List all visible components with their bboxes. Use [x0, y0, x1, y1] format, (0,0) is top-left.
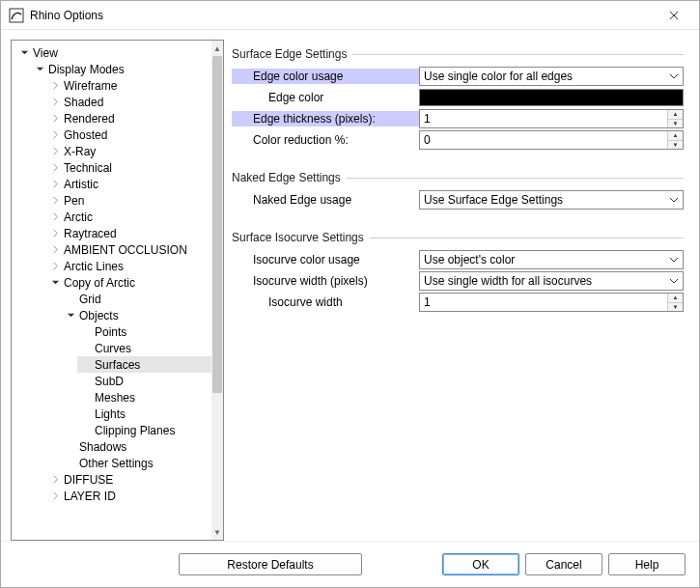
caret-down-icon[interactable]	[33, 65, 46, 73]
chevron-right-icon[interactable]	[48, 81, 62, 90]
restore-defaults-button[interactable]: Restore Defaults	[179, 553, 362, 575]
spinner-color-reduction[interactable]: 0 ▲▼	[419, 130, 684, 150]
label-naked-edge-usage: Naked Edge usage	[232, 192, 419, 208]
scroll-down-button[interactable]: ▼	[211, 524, 223, 540]
app-icon	[9, 8, 24, 23]
svg-rect-0	[10, 9, 23, 22]
chevron-down-icon	[669, 71, 679, 81]
spin-down-icon[interactable]: ▼	[668, 140, 683, 150]
nav-tree[interactable]: View Display Modes Wireframe Shaded	[12, 41, 211, 540]
chevron-right-icon[interactable]	[48, 491, 62, 500]
combo-naked-edge-usage[interactable]: Use Surface Edge Settings	[419, 190, 684, 210]
combo-edge-color-usage[interactable]: Use single color for all edges	[419, 67, 684, 86]
spin-down-icon[interactable]: ▼	[668, 302, 683, 312]
tree-item-wireframe[interactable]: Wireframe	[46, 77, 211, 94]
dialog-footer: Restore Defaults OK Cancel Help	[1, 541, 699, 587]
chevron-down-icon	[669, 276, 679, 286]
divider	[347, 178, 684, 179]
chevron-right-icon[interactable]	[48, 196, 62, 205]
chevron-right-icon[interactable]	[48, 245, 62, 254]
chevron-right-icon[interactable]	[48, 147, 62, 155]
tree-item-copy-of-arctic[interactable]: Copy of Arctic	[46, 274, 211, 291]
spinner-edge-thickness[interactable]: 1 ▲▼	[419, 109, 684, 128]
tree-item-grid[interactable]: Grid	[62, 291, 211, 307]
tree-item-clipping-planes[interactable]: Clipping Planes	[77, 422, 211, 438]
tree-item-subd[interactable]: SubD	[77, 373, 211, 389]
chevron-right-icon[interactable]	[48, 130, 62, 139]
tree-item-meshes[interactable]: Meshes	[77, 389, 211, 406]
scroll-track[interactable]	[211, 56, 223, 524]
tree-item-ghosted[interactable]: Ghosted	[46, 126, 211, 143]
tree-item-xray[interactable]: X-Ray	[46, 143, 211, 159]
divider	[352, 54, 684, 55]
ok-button[interactable]: OK	[442, 553, 519, 575]
tree-item-points[interactable]: Points	[77, 323, 211, 340]
combo-isocurve-width-pixels[interactable]: Use single width for all isocurves	[419, 271, 684, 291]
tree-item-artistic[interactable]: Artistic	[46, 176, 211, 192]
group-title: Surface Edge Settings	[232, 47, 347, 61]
tree-item-arctic[interactable]: Arctic	[46, 209, 211, 225]
chevron-right-icon[interactable]	[48, 163, 62, 172]
tree-item-rendered[interactable]: Rendered	[46, 110, 211, 126]
settings-panel: Surface Edge Settings Edge color usage U…	[232, 40, 689, 541]
caret-down-icon[interactable]	[48, 278, 62, 287]
caret-down-icon[interactable]	[17, 48, 31, 57]
tree-item-raytraced[interactable]: Raytraced	[46, 225, 211, 241]
group-title: Naked Edge Settings	[232, 171, 341, 184]
scroll-up-button[interactable]: ▲	[211, 41, 223, 56]
tree-item-diffuse[interactable]: DIFFUSE	[46, 471, 211, 488]
chevron-down-icon	[669, 195, 679, 205]
tree-item-view[interactable]: View	[15, 44, 211, 61]
tree-item-surfaces[interactable]: Surfaces	[77, 356, 211, 373]
tree-item-display-modes[interactable]: Display Modes	[31, 61, 211, 77]
group-title: Surface Isocurve Settings	[232, 231, 364, 244]
chevron-right-icon[interactable]	[48, 262, 62, 270]
chevron-right-icon[interactable]	[48, 475, 62, 484]
window-title: Rhino Options	[30, 9, 653, 22]
chevron-right-icon[interactable]	[48, 229, 62, 238]
spinner-isocurve-width[interactable]: 1 ▲▼	[419, 293, 684, 312]
tree-item-lights[interactable]: Lights	[77, 406, 211, 422]
label-isocurve-color-usage: Isocurve color usage	[232, 252, 419, 267]
tree-item-layer-id[interactable]: LAYER ID	[46, 488, 211, 504]
tree-item-shaded[interactable]: Shaded	[46, 94, 211, 110]
titlebar: Rhino Options	[1, 1, 699, 30]
label-edge-color: Edge color	[232, 90, 419, 105]
chevron-right-icon[interactable]	[48, 98, 62, 106]
tree-item-pen[interactable]: Pen	[46, 192, 211, 209]
help-button[interactable]: Help	[608, 553, 686, 575]
divider	[370, 238, 684, 238]
tree-item-technical[interactable]: Technical	[46, 159, 211, 176]
nav-tree-panel: View Display Modes Wireframe Shaded	[11, 40, 224, 541]
rhino-options-window: Rhino Options View	[0, 0, 700, 588]
spin-up-icon[interactable]: ▲	[668, 131, 683, 140]
tree-item-curves[interactable]: Curves	[77, 340, 211, 356]
spin-up-icon[interactable]: ▲	[668, 110, 683, 119]
tree-item-arctic-lines[interactable]: Arctic Lines	[46, 258, 211, 274]
close-button[interactable]	[653, 2, 695, 29]
spin-up-icon[interactable]: ▲	[668, 294, 683, 302]
scroll-thumb[interactable]	[212, 56, 222, 393]
label-color-reduction: Color reduction %:	[232, 132, 419, 148]
group-surface-isocurve: Surface Isocurve Settings Isocurve color…	[232, 231, 684, 312]
group-surface-edge: Surface Edge Settings Edge color usage U…	[232, 47, 684, 150]
chevron-right-icon[interactable]	[48, 114, 62, 123]
chevron-right-icon[interactable]	[48, 212, 62, 221]
caret-down-icon[interactable]	[64, 311, 77, 320]
label-edge-color-usage: Edge color usage	[232, 69, 419, 84]
tree-item-other-settings[interactable]: Other Settings	[62, 455, 211, 471]
label-isocurve-width-pixels: Isocurve width (pixels)	[232, 273, 419, 289]
group-naked-edge: Naked Edge Settings Naked Edge usage Use…	[232, 171, 684, 210]
swatch-edge-color[interactable]	[419, 89, 684, 106]
chevron-right-icon[interactable]	[48, 180, 62, 188]
chevron-down-icon	[669, 255, 679, 265]
dialog-body: View Display Modes Wireframe Shaded	[1, 30, 699, 541]
tree-item-ambient[interactable]: AMBIENT OCCLUSION	[46, 241, 211, 258]
combo-isocurve-color-usage[interactable]: Use object's color	[419, 250, 684, 269]
spin-down-icon[interactable]: ▼	[668, 119, 683, 128]
cancel-button[interactable]: Cancel	[525, 553, 602, 575]
tree-item-objects[interactable]: Objects	[62, 307, 211, 323]
nav-scrollbar[interactable]: ▲ ▼	[211, 41, 223, 540]
label-edge-thickness: Edge thickness (pixels):	[232, 111, 419, 126]
tree-item-shadows[interactable]: Shadows	[62, 438, 211, 455]
